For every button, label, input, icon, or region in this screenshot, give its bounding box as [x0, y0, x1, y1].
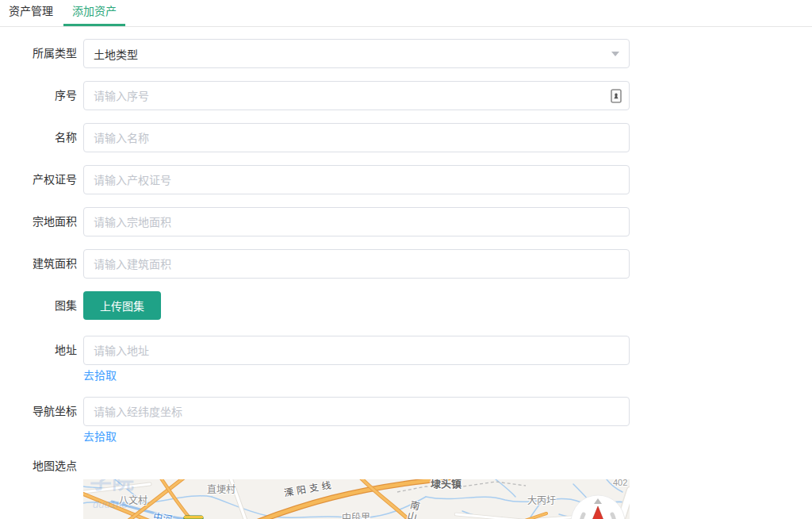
- building-area-input[interactable]: [83, 249, 630, 279]
- form-row-parcel-area: 宗地面积: [0, 207, 812, 236]
- type-select[interactable]: 土地类型: [83, 39, 630, 68]
- coords-label: 导航坐标: [0, 397, 83, 426]
- parcel-area-input[interactable]: [83, 207, 630, 236]
- chevron-down-icon: [611, 52, 619, 56]
- map-picker[interactable]: 学院 duu1n8 八文村 直埂村 埭头镇 大丙圩 中段里 南山 溧阳支线 中河…: [83, 479, 630, 519]
- serial-label: 序号: [0, 81, 83, 110]
- cert-label: 产权证号: [0, 165, 83, 194]
- form-row-address: 地址 去拾取: [0, 336, 812, 383]
- address-pick-link[interactable]: 去拾取: [83, 368, 117, 383]
- form-row-cert: 产权证号: [0, 165, 812, 194]
- address-label: 地址: [0, 336, 83, 365]
- name-input[interactable]: [83, 123, 630, 152]
- name-label: 名称: [0, 123, 83, 152]
- add-asset-form: 所属类型 土地类型 序号 名称 产权证号: [0, 27, 812, 519]
- address-input[interactable]: [83, 336, 630, 365]
- cert-input[interactable]: [83, 165, 630, 194]
- tab-add-asset[interactable]: 添加资产: [63, 0, 125, 26]
- gallery-label: 图集: [0, 291, 83, 321]
- map-pick-label: 地图选点: [0, 458, 83, 474]
- map-label-village: 大丙圩: [527, 496, 556, 506]
- serial-input[interactable]: [83, 81, 630, 110]
- form-row-coords: 导航坐标 去拾取: [0, 397, 812, 444]
- coords-input[interactable]: [83, 397, 630, 426]
- tab-asset-management[interactable]: 资产管理: [0, 0, 62, 26]
- upload-gallery-button[interactable]: 上传图集: [83, 291, 161, 320]
- building-area-label: 建筑面积: [0, 249, 83, 279]
- form-row-name: 名称: [0, 123, 812, 152]
- form-row-map: 地图选点: [0, 458, 812, 519]
- map-label-corner: 402: [613, 479, 627, 488]
- type-select-value: 土地类型: [94, 46, 138, 62]
- road-shield-icon: [184, 516, 203, 519]
- autofill-icon: [611, 89, 622, 106]
- map-label-town: 埭头镇: [431, 479, 462, 489]
- form-row-type: 所属类型 土地类型: [0, 39, 812, 68]
- compass-control[interactable]: [569, 494, 626, 519]
- tab-bar: 资产管理 添加资产: [0, 0, 812, 27]
- map-label-village: 直埂村: [207, 485, 236, 495]
- coords-pick-link[interactable]: 去拾取: [83, 429, 117, 444]
- form-row-building-area: 建筑面积: [0, 249, 812, 279]
- map-watermark: 学院: [90, 479, 134, 486]
- map-label-village: 八文村: [119, 496, 147, 506]
- form-row-gallery: 图集 上传图集: [0, 291, 812, 321]
- type-label: 所属类型: [0, 39, 83, 68]
- parcel-area-label: 宗地面积: [0, 207, 83, 236]
- form-row-serial: 序号: [0, 81, 812, 110]
- map-label-village: 中段里: [342, 513, 370, 519]
